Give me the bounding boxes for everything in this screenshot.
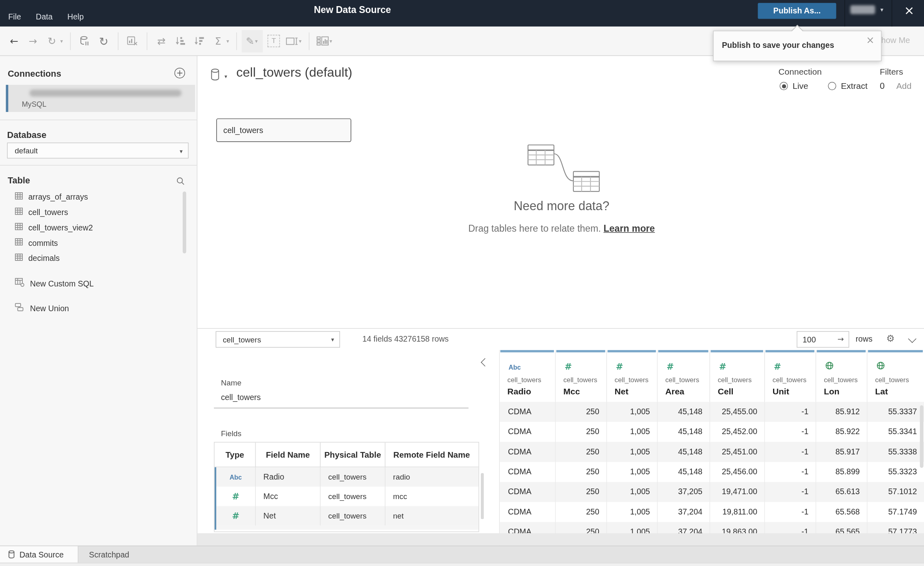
user-account-menu[interactable]: ▾ <box>850 5 883 14</box>
table-item-commits[interactable]: commits <box>0 235 177 250</box>
menu-bar: FileDataHelp <box>8 12 84 21</box>
row-count-input[interactable]: 100 → <box>797 331 849 348</box>
collapse-metadata-chevron-icon[interactable] <box>481 358 489 367</box>
sort-descending-icon[interactable] <box>190 31 209 51</box>
grid-cell: 45,148 <box>658 422 710 442</box>
new-custom-sql-button[interactable]: New Custom SQL <box>0 276 94 291</box>
column-table-label: cell_towers <box>875 377 909 383</box>
sort-ascending-icon[interactable] <box>171 31 190 51</box>
fields-column-header-physical-table[interactable]: Physical Table <box>321 443 386 467</box>
field-name-cell: Radio <box>256 467 321 487</box>
replay-caret-icon[interactable]: ▾ <box>58 38 65 44</box>
column-header-unit[interactable]: #cell_towersUnit <box>765 350 816 402</box>
grid-cell: -1 <box>765 422 816 442</box>
learn-more-link[interactable]: Learn more <box>603 223 655 233</box>
menu-help[interactable]: Help <box>67 12 84 21</box>
new-union-button[interactable]: New Union <box>0 301 69 316</box>
titlebar-divider <box>892 0 892 26</box>
table-item-cell-towers[interactable]: cell_towers <box>0 204 177 220</box>
column-header-radio[interactable]: Abccell_towersRadio <box>500 350 556 402</box>
column-header-lon[interactable]: cell_towersLon <box>816 350 867 402</box>
fields-column-header-field-name[interactable]: Field Name <box>256 443 321 467</box>
column-header-mcc[interactable]: #cell_towersMcc <box>556 350 607 402</box>
grid-cell: 37,204 <box>658 502 710 522</box>
column-header-area[interactable]: #cell_towersArea <box>658 350 710 402</box>
field-row-summary: 14 fields 43276158 rows <box>362 335 449 344</box>
tab-scratchpad[interactable]: Scratchpad <box>78 546 140 563</box>
grid-cell: -1 <box>765 442 816 462</box>
grid-cell: 25,456.00 <box>710 462 765 482</box>
filters-add-button[interactable]: Add <box>896 81 911 90</box>
publish-tooltip: Publish to save your changes × <box>713 31 881 62</box>
connections-sidebar: Connections + MySQL Database default ▾ T… <box>0 56 197 546</box>
add-connection-icon[interactable]: + <box>174 68 185 78</box>
sidebar-scrollbar-thumb[interactable] <box>183 192 186 253</box>
table-icon <box>15 237 23 248</box>
field-name-cell: Mcc <box>256 486 321 506</box>
fields-column-header-type[interactable]: Type <box>215 443 256 467</box>
fit-caret-icon[interactable]: ▾ <box>296 38 304 44</box>
database-heading: Database <box>7 129 46 140</box>
apply-rows-arrow-icon[interactable]: → <box>838 335 844 344</box>
menu-data[interactable]: Data <box>36 12 52 21</box>
tooltip-close-icon[interactable]: × <box>866 34 874 46</box>
connection-section-label: Connection <box>778 67 822 77</box>
connection-live-radio[interactable]: Live <box>780 81 808 90</box>
column-header-net[interactable]: #cell_towersNet <box>607 350 658 402</box>
refresh-data-source-icon[interactable]: ↻ <box>94 31 113 51</box>
live-label: Live <box>793 81 808 90</box>
field-row-net[interactable]: #Netcell_towersnet <box>216 506 478 525</box>
column-header-lat[interactable]: cell_towersLat <box>868 350 924 402</box>
new-data-source-icon[interactable] <box>75 31 94 51</box>
fields-scrollbar-thumb[interactable] <box>481 473 484 519</box>
table-item-label: cell_towers_view2 <box>28 223 93 232</box>
datasource-name-input[interactable]: cell_towers <box>214 388 468 409</box>
database-select[interactable]: default ▾ <box>7 142 188 158</box>
window-close-icon[interactable]: × <box>904 4 915 18</box>
column-header-cell[interactable]: #cell_towersCell <box>710 350 765 402</box>
redo-forward-arrow-icon[interactable]: → <box>24 31 42 51</box>
remote-field-cell: mcc <box>386 486 478 506</box>
swap-rows-columns-icon[interactable]: ⇄ <box>152 31 171 51</box>
publish-as-button[interactable]: Publish As... <box>758 3 836 19</box>
text-label-icon[interactable]: T <box>267 35 280 47</box>
datasource-caret-icon[interactable]: ▾ <box>224 74 227 80</box>
highlight-pen-icon[interactable]: ✎ ▾ <box>241 30 263 52</box>
connection-extract-radio[interactable]: Extract <box>828 81 867 90</box>
panel-bottom-gutter <box>197 533 924 545</box>
table-icon <box>15 253 23 263</box>
table-item-arrays-of-arrays[interactable]: arrays_of_arrays <box>0 189 177 204</box>
titlebar-divider <box>844 0 845 26</box>
collapse-panel-chevron-icon[interactable] <box>908 335 917 343</box>
table-item-cell-towers-view2[interactable]: cell_towers_view2 <box>0 220 177 235</box>
connection-item[interactable]: MySQL <box>6 85 195 112</box>
table-item-label: arrays_of_arrays <box>28 192 88 201</box>
search-icon[interactable] <box>176 177 185 188</box>
grid-cell: 55.3338 <box>868 442 924 462</box>
menu-file[interactable]: File <box>8 12 21 21</box>
grid-cell: 1,005 <box>607 462 658 482</box>
table-item-decimals[interactable]: decimals <box>0 250 177 266</box>
grid-vertical-scrollbar-thumb[interactable] <box>920 405 924 468</box>
column-table-label: cell_towers <box>615 377 649 383</box>
grid-settings-gear-icon[interactable]: ⚙ <box>886 333 895 344</box>
connection-name-redacted <box>30 90 182 97</box>
pause-auto-updates-icon[interactable] <box>123 31 142 51</box>
field-row-radio[interactable]: AbcRadiocell_towersradio <box>216 467 478 487</box>
tab-label: Scratchpad <box>89 550 129 559</box>
table-selector[interactable]: cell_towers ▾ <box>215 331 340 348</box>
cards-caret-icon[interactable]: ▾ <box>327 38 335 44</box>
field-row-mcc[interactable]: #Mcccell_towersmcc <box>216 486 478 506</box>
grid-cell: 37,205 <box>658 482 710 502</box>
tooltip-text: Publish to save your changes <box>722 41 834 49</box>
fields-table-body: AbcRadiocell_towersradio#Mcccell_towersm… <box>215 467 479 530</box>
fields-column-header-remote-field-name[interactable]: Remote Field Name <box>386 443 478 467</box>
table-chip-cell-towers[interactable]: cell_towers <box>216 118 351 142</box>
datasource-title[interactable]: cell_towers (default) <box>236 65 352 80</box>
filters-count: 0 <box>880 81 885 91</box>
connection-accent-bar <box>6 85 9 112</box>
tab-data-source[interactable]: Data Source <box>0 546 78 563</box>
grid-cell: 55.3341 <box>868 422 924 442</box>
undo-back-arrow-icon[interactable]: ← <box>5 31 24 51</box>
totals-caret-icon[interactable]: ▾ <box>224 38 232 44</box>
